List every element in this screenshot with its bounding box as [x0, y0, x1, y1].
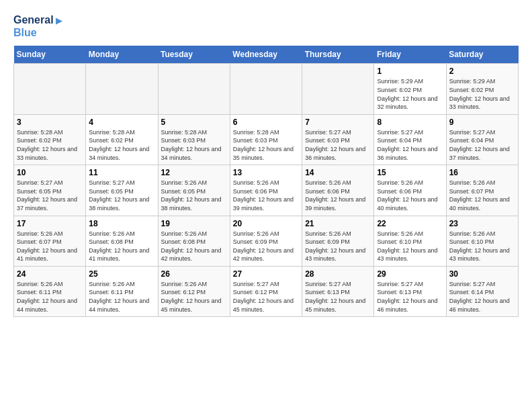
day-number: 11	[89, 168, 154, 177]
day-info: Sunrise: 5:26 AM Sunset: 6:10 PM Dayligh…	[377, 230, 443, 263]
day-info: Sunrise: 5:28 AM Sunset: 6:03 PM Dayligh…	[161, 128, 227, 162]
calendar-cell: 17Sunrise: 5:26 AM Sunset: 6:07 PM Dayli…	[14, 216, 86, 266]
week-row: 10Sunrise: 5:27 AM Sunset: 6:05 PM Dayli…	[14, 165, 519, 216]
day-info: Sunrise: 5:26 AM Sunset: 6:05 PM Dayligh…	[161, 179, 227, 212]
logo: General ▶Blue	[13, 13, 62, 39]
day-info: Sunrise: 5:27 AM Sunset: 6:12 PM Dayligh…	[233, 280, 299, 314]
logo-text: General ▶Blue	[13, 13, 62, 39]
day-info: Sunrise: 5:26 AM Sunset: 6:12 PM Dayligh…	[161, 280, 227, 314]
day-info: Sunrise: 5:26 AM Sunset: 6:08 PM Dayligh…	[89, 230, 154, 263]
calendar-cell: 27Sunrise: 5:27 AM Sunset: 6:12 PM Dayli…	[230, 266, 302, 316]
calendar-cell: 4Sunrise: 5:28 AM Sunset: 6:02 PM Daylig…	[86, 114, 158, 165]
day-info: Sunrise: 5:28 AM Sunset: 6:02 PM Dayligh…	[89, 128, 154, 162]
header: General ▶Blue	[13, 13, 519, 39]
day-info: Sunrise: 5:26 AM Sunset: 6:07 PM Dayligh…	[449, 179, 515, 212]
day-number: 29	[377, 269, 443, 279]
calendar-cell: 22Sunrise: 5:26 AM Sunset: 6:10 PM Dayli…	[374, 216, 446, 266]
calendar-cell: 26Sunrise: 5:26 AM Sunset: 6:12 PM Dayli…	[158, 266, 230, 316]
day-info: Sunrise: 5:29 AM Sunset: 6:02 PM Dayligh…	[377, 77, 443, 111]
day-number: 28	[305, 269, 371, 279]
calendar-cell: 1Sunrise: 5:29 AM Sunset: 6:02 PM Daylig…	[374, 64, 446, 114]
day-info: Sunrise: 5:27 AM Sunset: 6:03 PM Dayligh…	[305, 128, 371, 162]
day-info: Sunrise: 5:26 AM Sunset: 6:11 PM Dayligh…	[89, 280, 154, 314]
calendar-cell: 6Sunrise: 5:28 AM Sunset: 6:03 PM Daylig…	[230, 114, 302, 165]
calendar-cell: 16Sunrise: 5:26 AM Sunset: 6:07 PM Dayli…	[446, 165, 518, 216]
day-info: Sunrise: 5:26 AM Sunset: 6:09 PM Dayligh…	[233, 230, 299, 263]
day-number: 15	[377, 168, 443, 177]
week-row: 3Sunrise: 5:28 AM Sunset: 6:02 PM Daylig…	[14, 114, 519, 165]
week-row: 17Sunrise: 5:26 AM Sunset: 6:07 PM Dayli…	[14, 216, 519, 266]
calendar-cell	[302, 64, 374, 114]
column-header-monday: Monday	[86, 46, 158, 64]
calendar-cell: 25Sunrise: 5:26 AM Sunset: 6:11 PM Dayli…	[86, 266, 158, 316]
day-number: 6	[233, 118, 299, 127]
day-number: 14	[305, 168, 371, 177]
day-info: Sunrise: 5:27 AM Sunset: 6:04 PM Dayligh…	[377, 128, 443, 162]
calendar-cell: 14Sunrise: 5:26 AM Sunset: 6:06 PM Dayli…	[302, 165, 374, 216]
calendar-cell: 9Sunrise: 5:27 AM Sunset: 6:04 PM Daylig…	[446, 114, 518, 165]
calendar-cell: 20Sunrise: 5:26 AM Sunset: 6:09 PM Dayli…	[230, 216, 302, 266]
day-number: 1	[377, 66, 443, 76]
day-number: 16	[449, 168, 515, 177]
header-row: SundayMondayTuesdayWednesdayThursdayFrid…	[14, 46, 519, 64]
calendar-table: SundayMondayTuesdayWednesdayThursdayFrid…	[13, 46, 519, 317]
column-header-wednesday: Wednesday	[230, 46, 302, 64]
calendar-cell: 15Sunrise: 5:26 AM Sunset: 6:06 PM Dayli…	[374, 165, 446, 216]
day-info: Sunrise: 5:28 AM Sunset: 6:03 PM Dayligh…	[233, 128, 299, 162]
calendar-cell: 28Sunrise: 5:27 AM Sunset: 6:13 PM Dayli…	[302, 266, 374, 316]
day-number: 2	[449, 66, 515, 76]
calendar-cell: 12Sunrise: 5:26 AM Sunset: 6:05 PM Dayli…	[158, 165, 230, 216]
day-info: Sunrise: 5:29 AM Sunset: 6:02 PM Dayligh…	[449, 77, 515, 111]
day-number: 26	[161, 269, 227, 279]
day-number: 9	[449, 118, 515, 127]
calendar-cell: 10Sunrise: 5:27 AM Sunset: 6:05 PM Dayli…	[14, 165, 86, 216]
day-info: Sunrise: 5:26 AM Sunset: 6:06 PM Dayligh…	[305, 179, 371, 212]
day-info: Sunrise: 5:26 AM Sunset: 6:06 PM Dayligh…	[377, 179, 443, 212]
calendar-cell: 7Sunrise: 5:27 AM Sunset: 6:03 PM Daylig…	[302, 114, 374, 165]
column-header-tuesday: Tuesday	[158, 46, 230, 64]
day-info: Sunrise: 5:27 AM Sunset: 6:14 PM Dayligh…	[449, 280, 515, 314]
calendar-cell: 5Sunrise: 5:28 AM Sunset: 6:03 PM Daylig…	[158, 114, 230, 165]
day-info: Sunrise: 5:27 AM Sunset: 6:05 PM Dayligh…	[17, 179, 83, 212]
day-info: Sunrise: 5:27 AM Sunset: 6:13 PM Dayligh…	[377, 280, 443, 314]
calendar-cell	[14, 64, 86, 114]
day-number: 21	[305, 219, 371, 228]
day-number: 30	[449, 269, 515, 279]
day-info: Sunrise: 5:27 AM Sunset: 6:04 PM Dayligh…	[449, 128, 515, 162]
calendar-cell: 21Sunrise: 5:26 AM Sunset: 6:09 PM Dayli…	[302, 216, 374, 266]
day-number: 27	[233, 269, 299, 279]
day-info: Sunrise: 5:27 AM Sunset: 6:05 PM Dayligh…	[89, 179, 154, 212]
calendar-cell	[86, 64, 158, 114]
day-info: Sunrise: 5:28 AM Sunset: 6:02 PM Dayligh…	[17, 128, 83, 162]
calendar-cell: 2Sunrise: 5:29 AM Sunset: 6:02 PM Daylig…	[446, 64, 518, 114]
calendar-cell: 11Sunrise: 5:27 AM Sunset: 6:05 PM Dayli…	[86, 165, 158, 216]
day-number: 19	[161, 219, 227, 228]
day-number: 10	[17, 168, 83, 177]
day-info: Sunrise: 5:27 AM Sunset: 6:13 PM Dayligh…	[305, 280, 371, 314]
week-row: 1Sunrise: 5:29 AM Sunset: 6:02 PM Daylig…	[14, 64, 519, 114]
calendar-cell	[158, 64, 230, 114]
day-number: 22	[377, 219, 443, 228]
day-info: Sunrise: 5:26 AM Sunset: 6:07 PM Dayligh…	[17, 230, 83, 263]
day-number: 23	[449, 219, 515, 228]
calendar-cell: 30Sunrise: 5:27 AM Sunset: 6:14 PM Dayli…	[446, 266, 518, 316]
day-number: 20	[233, 219, 299, 228]
day-number: 4	[89, 118, 154, 127]
day-info: Sunrise: 5:26 AM Sunset: 6:09 PM Dayligh…	[305, 230, 371, 263]
day-number: 13	[233, 168, 299, 177]
column-header-friday: Friday	[374, 46, 446, 64]
day-number: 25	[89, 269, 154, 279]
calendar-cell: 13Sunrise: 5:26 AM Sunset: 6:06 PM Dayli…	[230, 165, 302, 216]
calendar-cell: 19Sunrise: 5:26 AM Sunset: 6:08 PM Dayli…	[158, 216, 230, 266]
calendar-cell: 24Sunrise: 5:26 AM Sunset: 6:11 PM Dayli…	[14, 266, 86, 316]
week-row: 24Sunrise: 5:26 AM Sunset: 6:11 PM Dayli…	[14, 266, 519, 316]
day-info: Sunrise: 5:26 AM Sunset: 6:11 PM Dayligh…	[17, 280, 83, 314]
day-info: Sunrise: 5:26 AM Sunset: 6:06 PM Dayligh…	[233, 179, 299, 212]
calendar-cell: 8Sunrise: 5:27 AM Sunset: 6:04 PM Daylig…	[374, 114, 446, 165]
column-header-thursday: Thursday	[302, 46, 374, 64]
day-number: 7	[305, 118, 371, 127]
calendar-cell	[230, 64, 302, 114]
calendar-cell: 18Sunrise: 5:26 AM Sunset: 6:08 PM Dayli…	[86, 216, 158, 266]
day-info: Sunrise: 5:26 AM Sunset: 6:10 PM Dayligh…	[449, 230, 515, 263]
day-number: 12	[161, 168, 227, 177]
